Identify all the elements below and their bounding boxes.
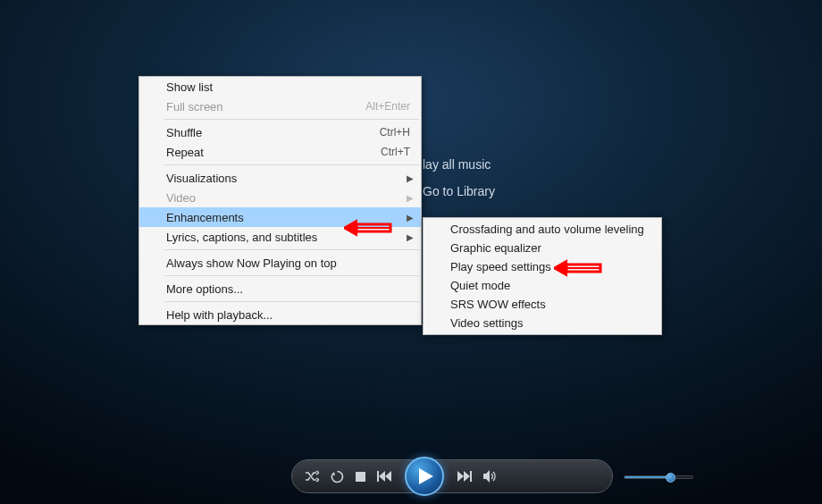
menu-separator bbox=[164, 164, 419, 165]
menu-show-list[interactable]: Show list bbox=[139, 77, 421, 97]
play-button[interactable] bbox=[405, 457, 444, 496]
shuffle-icon[interactable] bbox=[305, 470, 319, 483]
menu-separator bbox=[164, 119, 419, 120]
context-menu: Show list Full screen Alt+Enter Shuffle … bbox=[138, 76, 422, 325]
previous-icon[interactable] bbox=[377, 471, 391, 482]
svg-rect-2 bbox=[356, 472, 365, 482]
svg-rect-3 bbox=[377, 471, 379, 482]
menu-shortcut: Ctrl+H bbox=[380, 126, 410, 139]
menu-video: Video ▶ bbox=[139, 188, 421, 207]
next-icon[interactable] bbox=[457, 471, 472, 482]
menu-separator bbox=[164, 275, 419, 276]
submenu-quiet-mode[interactable]: Quiet mode bbox=[424, 276, 661, 295]
submenu-crossfading[interactable]: Crossfading and auto volume leveling bbox=[424, 220, 661, 239]
menu-label: Always show Now Playing on top bbox=[166, 256, 337, 270]
menu-label: More options... bbox=[166, 282, 243, 296]
chevron-right-icon: ▶ bbox=[407, 213, 414, 223]
menu-help[interactable]: Help with playback... bbox=[139, 305, 421, 324]
stop-icon[interactable] bbox=[356, 472, 365, 482]
menu-label: Shuffle bbox=[166, 126, 202, 139]
menu-enhancements[interactable]: Enhancements ▶ bbox=[139, 207, 421, 227]
enhancements-submenu: Crossfading and auto volume leveling Gra… bbox=[423, 217, 662, 335]
chevron-right-icon: ▶ bbox=[407, 173, 414, 183]
volume-slider[interactable] bbox=[624, 475, 693, 479]
menu-more-options[interactable]: More options... bbox=[139, 279, 421, 298]
go-to-library-link[interactable]: Go to Library bbox=[423, 184, 495, 198]
playback-controls bbox=[291, 459, 613, 493]
menu-shortcut: Ctrl+T bbox=[381, 146, 410, 158]
menu-repeat[interactable]: Repeat Ctrl+T bbox=[139, 142, 421, 162]
chevron-right-icon: ▶ bbox=[407, 232, 414, 242]
submenu-srs-wow[interactable]: SRS WOW effects bbox=[424, 295, 661, 314]
menu-lyrics[interactable]: Lyrics, captions, and subtitles ▶ bbox=[139, 227, 421, 247]
menu-label: Repeat bbox=[166, 146, 204, 159]
chevron-right-icon: ▶ bbox=[407, 193, 414, 203]
menu-label: Full screen bbox=[166, 100, 223, 113]
menu-label: Help with playback... bbox=[166, 308, 273, 322]
menu-label: Show list bbox=[166, 80, 213, 94]
menu-shortcut: Alt+Enter bbox=[365, 100, 410, 113]
submenu-equalizer[interactable]: Graphic equalizer bbox=[424, 239, 661, 257]
menu-separator bbox=[164, 301, 419, 302]
play-icon bbox=[419, 468, 433, 484]
menu-always-on-top[interactable]: Always show Now Playing on top bbox=[139, 253, 421, 273]
volume-thumb[interactable] bbox=[666, 473, 675, 483]
repeat-icon[interactable] bbox=[331, 470, 344, 483]
menu-label: Visualizations bbox=[166, 172, 237, 185]
menu-label: Lyrics, captions, and subtitles bbox=[166, 231, 317, 244]
menu-shuffle[interactable]: Shuffle Ctrl+H bbox=[139, 122, 421, 142]
volume-fill bbox=[625, 476, 667, 478]
play-all-music-link[interactable]: lay all music bbox=[423, 157, 495, 172]
menu-label: Enhancements bbox=[166, 211, 244, 224]
submenu-play-speed[interactable]: Play speed settings bbox=[424, 257, 661, 276]
svg-rect-4 bbox=[470, 471, 472, 482]
menu-visualizations[interactable]: Visualizations ▶ bbox=[139, 168, 421, 188]
menu-separator bbox=[164, 249, 419, 250]
submenu-video-settings[interactable]: Video settings bbox=[424, 314, 661, 332]
volume-icon[interactable] bbox=[483, 470, 497, 483]
menu-label: Video bbox=[166, 191, 196, 205]
menu-full-screen: Full screen Alt+Enter bbox=[139, 97, 421, 116]
background-links: lay all music Go to Library bbox=[423, 157, 495, 211]
